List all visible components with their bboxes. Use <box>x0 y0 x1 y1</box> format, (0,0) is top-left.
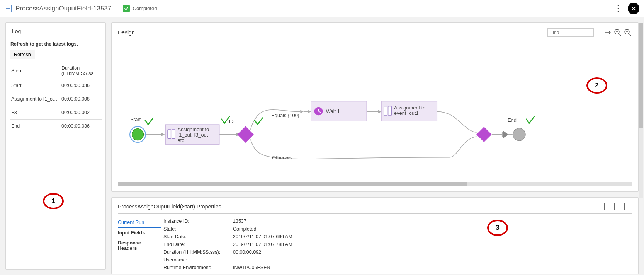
more-menu-icon[interactable]: ⋮ <box>614 3 622 14</box>
svg-text:F3: F3 <box>229 118 235 124</box>
table-row[interactable]: Assignment to f1_out, f...00:00:00.008 <box>10 92 102 106</box>
svg-marker-2 <box>161 133 165 136</box>
layout-split-icon[interactable] <box>614 203 622 210</box>
topbar: ProcessAssignOuputField-13537 Completed … <box>0 0 644 17</box>
svg-text:End: End <box>508 117 517 123</box>
properties-tabs: Current Run Input Fields Response Header… <box>118 217 161 272</box>
status-chip: Completed <box>123 5 157 12</box>
layout-top-icon[interactable] <box>624 203 632 210</box>
svg-rect-19 <box>384 106 387 116</box>
properties-title: ProcessAssignOuputField(Start) Propertie… <box>118 203 604 210</box>
table-row[interactable]: F300:00:00.002 <box>10 106 102 120</box>
zoom-out-icon[interactable] <box>624 28 632 37</box>
annotation-1: 1 <box>43 193 64 209</box>
svg-text:Assignment to: Assignment to <box>178 126 209 132</box>
svg-text:etc.: etc. <box>178 137 186 143</box>
svg-rect-10 <box>172 130 175 139</box>
svg-text:f1_out, f3_out: f1_out, f3_out <box>178 132 208 138</box>
main: Log Refresh to get the latest logs. Refr… <box>0 17 644 275</box>
svg-marker-4 <box>300 110 304 113</box>
end-node[interactable] <box>513 128 525 141</box>
horizontal-scrollbar[interactable] <box>118 182 632 186</box>
log-help-text: Refresh to get the latest logs. <box>10 41 102 47</box>
fit-icon[interactable] <box>603 28 612 37</box>
svg-text:Otherwise: Otherwise <box>272 155 294 161</box>
design-canvas[interactable]: Start Assignment to f1_out, f3_out etc. … <box>118 43 632 181</box>
properties-panel: ProcessAssignOuputField(Start) Propertie… <box>111 197 639 274</box>
svg-text:event_out1: event_out1 <box>394 110 419 116</box>
log-col-step[interactable]: Step <box>10 63 60 79</box>
refresh-button[interactable]: Refresh <box>10 50 35 59</box>
page-title: ProcessAssignOuputField-13537 <box>15 5 117 12</box>
log-table: Step Duration (HH:MM:SS.ss Start00:00:00… <box>10 63 102 133</box>
properties-values: Instance ID:13537 State:Completed Start … <box>161 217 632 272</box>
svg-rect-20 <box>388 106 392 116</box>
svg-marker-5 <box>308 110 311 113</box>
tab-current-run[interactable]: Current Run <box>118 217 161 228</box>
status-label: Completed <box>133 5 157 11</box>
merge-node[interactable] <box>476 127 491 142</box>
design-panel-title: Design <box>118 29 547 36</box>
vertical-scrollbar[interactable] <box>639 23 643 198</box>
start-node[interactable] <box>132 129 143 140</box>
tab-input-fields[interactable]: Input Fields <box>118 228 161 238</box>
table-row[interactable]: End00:00:00.036 <box>10 120 102 133</box>
close-button[interactable] <box>628 3 639 14</box>
check-icon <box>123 5 130 12</box>
document-icon <box>5 5 12 12</box>
tab-response-headers[interactable]: Response Headers <box>118 238 161 253</box>
layout-single-icon[interactable] <box>604 203 612 210</box>
log-panel: Log Refresh to get the latest logs. Refr… <box>5 22 106 270</box>
svg-text:Assignment to: Assignment to <box>394 105 426 111</box>
log-panel-title: Log <box>10 28 102 34</box>
right-column: Design <box>111 22 639 270</box>
table-row[interactable]: Start00:00:00.036 <box>10 79 102 92</box>
start-label: Start <box>130 116 141 122</box>
end-triangle-icon <box>503 130 508 138</box>
zoom-in-icon[interactable] <box>613 28 622 37</box>
svg-text:Equals {100}: Equals {100} <box>271 113 300 118</box>
svg-marker-6 <box>378 110 382 113</box>
svg-rect-9 <box>168 130 171 139</box>
log-col-duration[interactable]: Duration (HH:MM:SS.ss <box>60 63 102 79</box>
find-input[interactable] <box>547 28 594 37</box>
decision-node-f3[interactable] <box>237 126 254 143</box>
svg-text:Wait 1: Wait 1 <box>326 108 340 114</box>
design-panel: Design <box>111 22 639 192</box>
